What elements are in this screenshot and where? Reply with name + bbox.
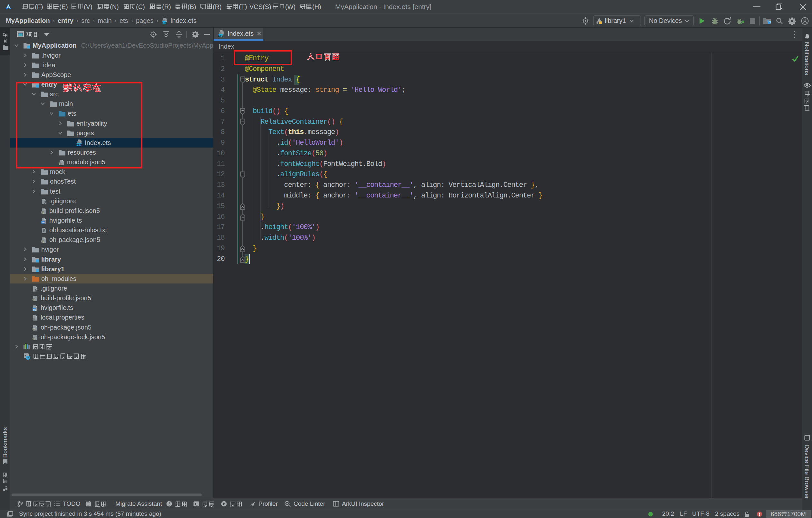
svg-text:{}: {} [32,337,35,340]
svg-text:ETS: ETS [218,34,223,37]
svg-text:TS: TS [41,221,45,224]
svg-text:ETS: ETS [162,21,167,24]
svg-text:{}: {} [41,240,44,243]
svg-text:{}: {} [32,328,35,331]
svg-text:{}: {} [32,298,35,301]
svg-text:TS: TS [33,308,36,311]
svg-text:{}: {} [41,211,44,214]
